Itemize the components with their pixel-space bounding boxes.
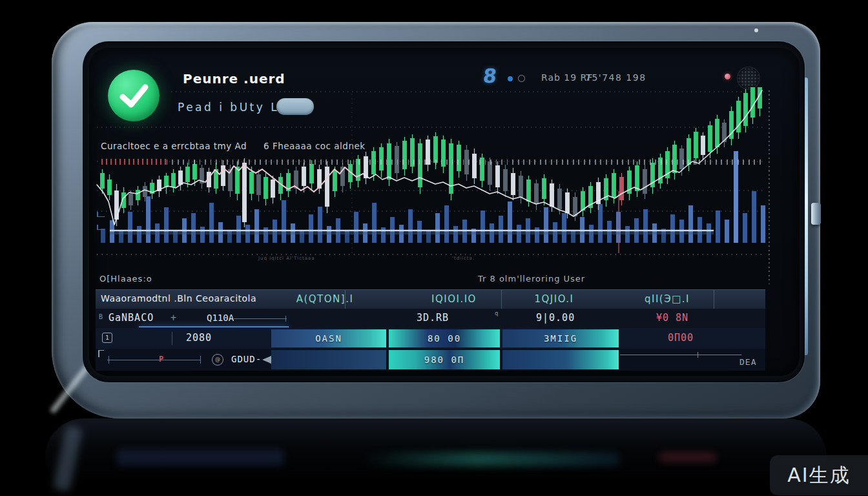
status-text-b: 75'748 198 <box>585 72 646 83</box>
col-header-1: Waaoramodtnl .Bln Ceoaracitola <box>101 293 256 304</box>
col-header-2[interactable]: A(QTON].I <box>260 293 389 305</box>
axis-bracket <box>97 212 105 217</box>
row3-line <box>107 360 201 360</box>
gradient-bar[interactable] <box>271 350 386 369</box>
panel-caption-left: O[Hlaaes:o <box>99 274 152 284</box>
row3-marker: P <box>159 355 163 364</box>
row1-name: GaNBACO <box>108 312 154 324</box>
reflection-teal <box>362 452 620 466</box>
table-header: Waaoramodtnl .Bln Ceoaracitola A(QTON].I… <box>96 289 765 310</box>
tick-strip <box>167 160 764 165</box>
table-row-1[interactable]: B GaNBACO + Q110A 3D.RB q 9|0.00 ¥0 8N <box>96 309 765 328</box>
scene: Peunre .uerd Pead i bUty L 8 Rab 19 RF 7… <box>0 0 868 496</box>
col-header-5[interactable]: qII(Э□.I <box>612 293 722 305</box>
price-chart <box>94 87 769 268</box>
row3-tick <box>200 356 201 364</box>
axis-bracket <box>97 225 105 230</box>
side-button[interactable] <box>811 203 821 225</box>
row2-code: 2080 <box>186 332 212 344</box>
plus-icon[interactable]: + <box>170 312 176 324</box>
slider-tick <box>698 352 698 358</box>
header-separator <box>501 290 502 309</box>
header-separator <box>345 290 346 309</box>
right-dotted-strip <box>769 90 770 284</box>
gradient-bar[interactable]: OASN <box>271 329 386 347</box>
speaker-grille-icon <box>738 67 760 89</box>
table-row-2[interactable]: 1 2080 OASN 80 00 3MIIG 0Π00 <box>96 328 765 349</box>
page-title: Peunre .uerd <box>183 71 285 87</box>
row1-prefix: B <box>99 313 103 320</box>
row3-code: GDUD- <box>231 354 262 364</box>
gradient-bar[interactable]: 80 00 <box>389 329 500 347</box>
row2-value-5: 0Π00 <box>668 332 694 344</box>
reflection-blue <box>116 449 284 466</box>
gradient-bar[interactable]: 980 0Π <box>389 350 500 369</box>
row1-value-3: 3D.RB <box>417 312 449 324</box>
status-dot-icon <box>508 76 513 81</box>
bracket-mark <box>98 350 104 357</box>
watermark-text: AI生成 <box>787 462 850 489</box>
gradient-bar[interactable]: 3MIIG <box>502 329 619 347</box>
status-ring-icon <box>518 75 525 82</box>
slider-line[interactable] <box>620 355 741 355</box>
header-separator <box>714 290 714 309</box>
row3-right-label: DEA <box>739 357 756 367</box>
watermark-badge: AI生成 <box>770 455 868 495</box>
measure-tick <box>285 316 286 322</box>
measure-line <box>234 318 287 319</box>
reflection-red <box>659 452 717 462</box>
camera-dot-icon <box>725 74 730 79</box>
row3-tick <box>108 356 109 364</box>
row1-code: Q110A <box>207 313 234 323</box>
row1-sup: q <box>495 310 498 316</box>
arrow-left-icon <box>262 356 271 364</box>
axis-note-a: Juq lqltcl Al'Tlctaaa <box>258 256 315 261</box>
checkbox-icon[interactable]: 1 <box>102 333 112 343</box>
col-header-3[interactable]: IQIOI.IO <box>389 293 519 305</box>
gradient-bar[interactable] <box>502 350 619 369</box>
axis-note-b: 'tdilcta. <box>452 256 475 261</box>
logo-8-icon: 8 <box>482 65 498 87</box>
at-circle-icon[interactable]: @ <box>212 354 223 366</box>
tick-strip-red <box>101 159 166 165</box>
row1-value-4: 9|0.00 <box>536 312 575 324</box>
table-row-3[interactable]: P @ GDUD- 980 0Π DEA <box>96 349 765 371</box>
antenna-dot <box>754 28 758 32</box>
row1-value-5: ¥0 8N <box>656 312 688 324</box>
panel-caption-right: Tr 8 olm'lleroring User <box>478 274 585 284</box>
cell-separator <box>172 332 172 345</box>
col-header-4[interactable]: 1QJIO.I <box>502 293 606 305</box>
row-highlight-line <box>139 326 289 327</box>
